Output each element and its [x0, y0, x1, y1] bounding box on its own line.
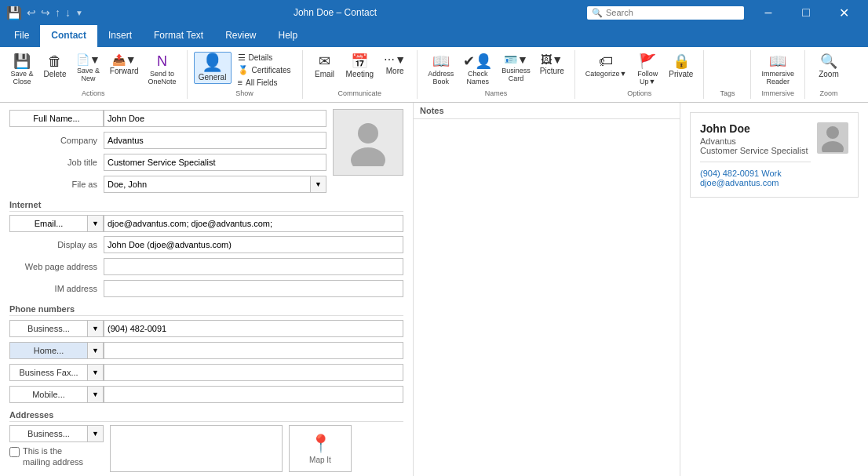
certificates-button[interactable]: 🏅 Certificates — [233, 64, 296, 76]
mobile-phone-input[interactable] — [104, 386, 403, 403]
picture-button[interactable]: 🖼▼ Picture — [536, 52, 568, 78]
mobile-phone-group: Mobile... ▼ — [9, 386, 104, 403]
bcard-photo — [817, 122, 848, 154]
redo-icon[interactable]: ↪ — [41, 6, 50, 19]
all-fields-icon: ≡ — [238, 78, 243, 87]
business-fax-input[interactable] — [104, 364, 403, 381]
send-to-onenote-button[interactable]: N Send to OneNote — [144, 52, 181, 88]
down-icon[interactable]: ↓ — [65, 6, 71, 19]
maximize-button[interactable]: □ — [788, 0, 824, 25]
ribbon-group-communicate: ✉ Email 📅 Meeting ⋯▼ More Communicate — [303, 50, 418, 99]
ribbon-group-tags: Tags — [704, 50, 751, 99]
map-icon: 📍 — [310, 434, 331, 454]
notes-textarea[interactable] — [417, 122, 677, 476]
private-button[interactable]: 🔒 Private — [665, 52, 697, 81]
im-address-input[interactable] — [104, 280, 403, 297]
mailing-address-label: This is the mailing address — [23, 445, 83, 468]
im-address-row: IM address — [9, 279, 403, 298]
file-as-dropdown[interactable]: ▼ — [311, 176, 326, 193]
customize-icon[interactable]: ▼ — [75, 9, 83, 17]
mailing-address-checkbox[interactable] — [9, 447, 20, 457]
undo-icon[interactable]: ↩ — [27, 6, 36, 19]
more-button[interactable]: ⋯▼ More — [379, 52, 410, 78]
contact-photo[interactable] — [333, 109, 403, 176]
delete-button[interactable]: 🗑 Delete — [39, 52, 71, 81]
meeting-button[interactable]: 📅 Meeting — [342, 52, 378, 81]
notes-header: Notes — [414, 103, 680, 119]
search-input[interactable] — [606, 8, 731, 17]
save-icon[interactable]: 💾 — [6, 5, 22, 20]
company-input[interactable] — [104, 132, 326, 149]
email-dropdown-button[interactable]: Email... — [9, 215, 88, 232]
search-box: 🔍 — [587, 6, 744, 20]
mobile-phone-row: Mobile... ▼ — [9, 385, 403, 404]
map-it-button[interactable]: 📍 Map It — [289, 425, 352, 472]
tab-insert[interactable]: Insert — [97, 25, 143, 47]
forward-button[interactable]: 📤▼ Forward — [106, 52, 143, 78]
address-book-icon: 📖 — [432, 54, 450, 68]
categorize-button[interactable]: 🏷 Categorize▼ — [582, 52, 630, 80]
im-address-label: IM address — [9, 284, 104, 293]
title-bar: 💾 ↩ ↪ ↑ ↓ ▼ John Doe – Contact 🔍 – □ ✕ — [0, 0, 868, 25]
home-phone-button[interactable]: Home... — [9, 342, 88, 359]
follow-up-button[interactable]: 🚩 Follow Up▼ — [632, 52, 663, 88]
notes-content[interactable] — [414, 119, 680, 476]
minimize-button[interactable]: – — [750, 0, 786, 25]
address-type-button[interactable]: Business... — [9, 425, 88, 442]
full-name-input[interactable] — [104, 110, 326, 127]
ribbon-group-zoom: 🔍 Zoom Zoom — [805, 50, 852, 99]
business-phone-input[interactable] — [104, 320, 403, 337]
ribbon-group-immersive: 📖 Immersive Reader Immersive — [751, 50, 805, 99]
business-phone-dropdown[interactable]: ▼ — [88, 320, 104, 337]
save-close-button[interactable]: 💾 Save & Close — [6, 52, 38, 88]
communicate-group-label: Communicate — [338, 89, 382, 97]
all-fields-button[interactable]: ≡ All Fields — [233, 77, 296, 88]
email-dropdown-arrow[interactable]: ▼ — [88, 215, 104, 232]
check-names-button[interactable]: ✔👤 Check Names — [459, 52, 496, 88]
photo-placeholder-icon — [348, 119, 388, 166]
business-phone-button[interactable]: Business... — [9, 320, 88, 337]
top-row: Full Name... Company Job title File as — [9, 109, 403, 197]
bcard-title: Customer Service Specialist — [700, 146, 811, 155]
email-button[interactable]: ✉ Email — [309, 52, 341, 81]
general-button[interactable]: 👤 General — [194, 52, 232, 84]
home-phone-input[interactable] — [104, 342, 403, 359]
tab-file[interactable]: File — [3, 25, 40, 47]
file-as-input[interactable] — [104, 176, 311, 193]
job-title-input[interactable] — [104, 154, 326, 171]
mobile-phone-dropdown[interactable]: ▼ — [88, 386, 104, 403]
check-names-icon: ✔👤 — [463, 54, 492, 68]
full-name-button[interactable]: Full Name... — [9, 110, 104, 127]
home-phone-dropdown[interactable]: ▼ — [88, 342, 104, 359]
address-type-dropdown[interactable]: ▼ — [88, 425, 104, 442]
business-card-button[interactable]: 🪪▼ Business Card — [498, 52, 534, 85]
bcard-name: John Doe — [700, 122, 811, 135]
address-textarea[interactable] — [110, 425, 283, 472]
job-title-label: Job title — [9, 158, 104, 167]
names-group-label: Names — [485, 89, 508, 97]
address-book-button[interactable]: 📖 Address Book — [424, 52, 458, 88]
up-icon[interactable]: ↑ — [55, 6, 60, 19]
zoom-button[interactable]: 🔍 Zoom — [813, 52, 844, 81]
tab-contact[interactable]: Contact — [40, 25, 97, 47]
mobile-phone-button[interactable]: Mobile... — [9, 386, 88, 403]
email-input[interactable] — [104, 215, 403, 232]
tab-review[interactable]: Review — [214, 25, 267, 47]
business-fax-group: Business Fax... ▼ — [9, 364, 104, 381]
display-as-input[interactable] — [104, 236, 403, 253]
address-area: Business... ▼ This is the mailing addres… — [9, 425, 403, 472]
business-fax-button[interactable]: Business Fax... — [9, 364, 88, 381]
immersive-reader-button[interactable]: 📖 Immersive Reader — [757, 52, 798, 88]
save-new-button[interactable]: 📄▼ Save & New — [72, 52, 104, 85]
mailing-address-row: This is the mailing address — [9, 445, 104, 468]
general-icon: 👤 — [202, 54, 223, 71]
tab-format-text[interactable]: Format Text — [143, 25, 214, 47]
tab-help[interactable]: Help — [268, 25, 309, 47]
web-page-input[interactable] — [104, 258, 403, 275]
ribbon-group-show: 👤 General ☰ Details 🏅 Certificates ≡ All… — [188, 50, 303, 99]
business-fax-dropdown[interactable]: ▼ — [88, 364, 104, 381]
top-fields: Full Name... Company Job title File as — [9, 109, 326, 197]
details-button[interactable]: ☰ Details — [233, 52, 296, 64]
ribbon-group-options: 🏷 Categorize▼ 🚩 Follow Up▼ 🔒 Private Opt… — [575, 50, 705, 99]
close-button[interactable]: ✕ — [826, 0, 862, 25]
